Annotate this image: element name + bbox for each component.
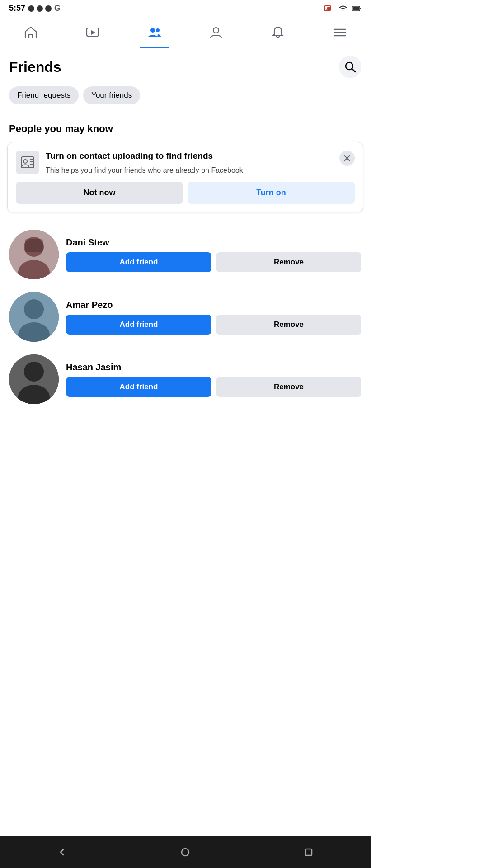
add-friend-amar[interactable]: Add friend: [66, 315, 211, 335]
status-right: [324, 5, 361, 12]
not-now-button[interactable]: Not now: [16, 182, 183, 204]
card-description: This helps you find your friends who are…: [46, 165, 333, 175]
status-bar: 5:57 G: [0, 0, 371, 17]
contact-upload-icon: [20, 155, 35, 170]
watch-icon: [85, 25, 100, 40]
google-icon: G: [54, 4, 61, 13]
remove-amar[interactable]: Remove: [216, 315, 361, 335]
android-nav: [0, 836, 371, 868]
android-home-icon: [180, 847, 191, 858]
friends-icon: [147, 25, 162, 40]
avatar-dani: [9, 230, 59, 279]
nav-notifications[interactable]: [263, 22, 292, 43]
svg-rect-32: [305, 849, 312, 855]
svg-point-15: [23, 160, 27, 163]
svg-rect-3: [360, 8, 361, 9]
section-title: People you may know: [0, 119, 371, 142]
close-card-button[interactable]: [339, 151, 355, 166]
close-icon: [343, 155, 351, 162]
svg-line-13: [352, 69, 355, 72]
card-header: Turn on contact uploading to find friend…: [16, 151, 355, 175]
nav-menu[interactable]: [325, 22, 354, 43]
svg-point-26: [24, 299, 44, 319]
filter-friend-requests[interactable]: Friend requests: [9, 86, 79, 104]
android-recent[interactable]: [300, 843, 318, 861]
bell-icon: [271, 25, 285, 40]
home-icon: [23, 25, 38, 40]
add-friend-dani[interactable]: Add friend: [66, 252, 211, 272]
svg-point-7: [156, 28, 160, 32]
card-title: Turn on contact uploading to find friend…: [46, 151, 333, 162]
suggestion-actions-dani: Add friend Remove: [66, 252, 361, 272]
page-title: Friends: [9, 59, 61, 75]
svg-point-29: [24, 362, 44, 382]
dani-avatar-image: [9, 230, 59, 279]
wifi-icon: [338, 5, 348, 12]
top-nav: [0, 17, 371, 48]
card-text: Turn on contact uploading to find friend…: [46, 151, 333, 175]
amar-avatar-image: [9, 292, 59, 342]
nav-profile[interactable]: [202, 22, 230, 43]
back-icon: [56, 847, 67, 858]
suggestion-dani: Dani Stew Add friend Remove: [0, 223, 371, 286]
status-left: 5:57 G: [9, 4, 61, 13]
suggestion-info-hasan: Hasan Jasim Add friend Remove: [66, 362, 361, 397]
menu-icon: [333, 25, 347, 40]
suggestion-name-amar: Amar Pezo: [66, 300, 361, 310]
suggestion-hasan: Hasan Jasim Add friend Remove: [0, 348, 371, 410]
remove-hasan[interactable]: Remove: [216, 377, 361, 397]
android-recent-icon: [303, 847, 314, 858]
nav-home[interactable]: [16, 22, 45, 43]
suggestion-amar: Amar Pezo Add friend Remove: [0, 286, 371, 348]
divider: [0, 112, 371, 112]
search-icon: [344, 61, 356, 73]
turn-on-button[interactable]: Turn on: [188, 182, 355, 204]
add-friend-hasan[interactable]: Add friend: [66, 377, 211, 397]
svg-point-8: [213, 28, 219, 33]
dot-3: [45, 5, 52, 12]
nav-watch[interactable]: [78, 22, 107, 43]
android-home[interactable]: [176, 843, 194, 861]
svg-rect-24: [25, 239, 43, 252]
suggestion-actions-amar: Add friend Remove: [66, 315, 361, 335]
profile-icon: [209, 25, 223, 40]
svg-point-6: [150, 28, 155, 33]
remove-dani[interactable]: Remove: [216, 252, 361, 272]
suggestion-name-dani: Dani Stew: [66, 237, 361, 248]
status-dots: [28, 5, 52, 12]
contact-upload-card: Turn on contact uploading to find friend…: [7, 142, 363, 212]
hasan-avatar-image: [9, 354, 59, 404]
avatar-amar: [9, 292, 59, 342]
android-back[interactable]: [53, 843, 71, 861]
filter-row: Friend requests Your friends: [0, 83, 371, 112]
filter-your-friends[interactable]: Your friends: [83, 86, 140, 104]
status-time: 5:57: [9, 4, 25, 13]
svg-rect-1: [327, 7, 331, 10]
dot-1: [28, 5, 34, 12]
contact-icon-bg: [16, 151, 39, 174]
page-header: Friends: [0, 48, 371, 83]
suggestion-actions-hasan: Add friend Remove: [66, 377, 361, 397]
svg-point-31: [182, 849, 189, 856]
nav-friends[interactable]: [140, 22, 169, 43]
search-button[interactable]: [339, 56, 361, 78]
suggestion-info-amar: Amar Pezo Add friend Remove: [66, 300, 361, 335]
avatar-hasan: [9, 354, 59, 404]
dot-2: [37, 5, 43, 12]
cast-icon: [324, 5, 334, 12]
suggestion-name-hasan: Hasan Jasim: [66, 362, 361, 373]
battery-icon: [352, 5, 361, 12]
card-actions: Not now Turn on: [16, 182, 355, 204]
suggestion-info-dani: Dani Stew Add friend Remove: [66, 237, 361, 272]
svg-rect-4: [353, 7, 359, 10]
